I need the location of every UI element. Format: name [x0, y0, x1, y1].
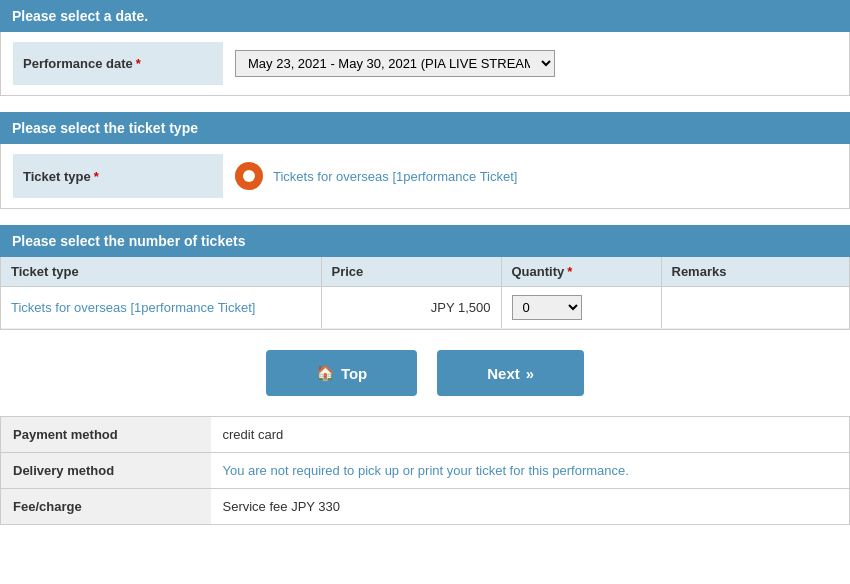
buttons-row: 🏠 Top Next »: [0, 350, 850, 396]
ticket-type-row: Ticket type* Tickets for overseas [1perf…: [1, 144, 849, 208]
top-button[interactable]: 🏠 Top: [266, 350, 417, 396]
select-date-section: Please select a date. Performance date* …: [0, 0, 850, 96]
select-ticket-type-header: Please select the ticket type: [0, 112, 850, 144]
delivery-method-row: Delivery method You are not required to …: [1, 453, 850, 489]
fee-charge-row: Fee/charge Service fee JPY 330: [1, 489, 850, 525]
required-star-2: *: [94, 169, 99, 184]
row-ticket-name: Tickets for overseas [1performance Ticke…: [1, 287, 321, 329]
col-header-remarks: Remarks: [661, 257, 849, 287]
required-star-3: *: [567, 264, 572, 279]
select-number-header: Please select the number of tickets: [0, 225, 850, 257]
col-header-price: Price: [321, 257, 501, 287]
performance-date-row: Performance date* May 23, 2021 - May 30,…: [1, 32, 849, 95]
next-arrow-icon: »: [526, 365, 534, 382]
payment-method-value: credit card: [211, 417, 850, 453]
next-button[interactable]: Next »: [437, 350, 584, 396]
performance-date-select[interactable]: May 23, 2021 - May 30, 2021 (PIA LIVE ST…: [235, 50, 555, 77]
col-header-ticket-type: Ticket type: [1, 257, 321, 287]
ticket-name-link[interactable]: Tickets for overseas [1performance Ticke…: [273, 169, 517, 184]
select-date-header: Please select a date.: [0, 0, 850, 32]
payment-method-row: Payment method credit card: [1, 417, 850, 453]
performance-date-label: Performance date*: [13, 42, 223, 85]
ticket-type-label: Ticket type*: [13, 154, 223, 198]
info-table: Payment method credit card Delivery meth…: [0, 416, 850, 525]
row-ticket-name-link[interactable]: Tickets for overseas [1performance Ticke…: [11, 300, 255, 315]
ticket-type-value: Tickets for overseas [1performance Ticke…: [223, 154, 837, 198]
fee-charge-value: Service fee JPY 330: [211, 489, 850, 525]
delivery-method-value: You are not required to pick up or print…: [211, 453, 850, 489]
next-button-label: Next: [487, 365, 520, 382]
home-icon: 🏠: [316, 364, 335, 382]
performance-date-value: May 23, 2021 - May 30, 2021 (PIA LIVE ST…: [223, 42, 837, 85]
fee-charge-label: Fee/charge: [1, 489, 211, 525]
delivery-method-text: You are not required to pick up or print…: [223, 463, 629, 478]
select-ticket-type-section: Please select the ticket type Ticket typ…: [0, 112, 850, 209]
row-remarks: [661, 287, 849, 329]
tickets-table: Ticket type Price Quantity* Remarks Tick…: [1, 257, 849, 329]
top-button-label: Top: [341, 365, 367, 382]
payment-method-label: Payment method: [1, 417, 211, 453]
select-number-section: Please select the number of tickets Tick…: [0, 225, 850, 330]
col-header-quantity: Quantity*: [501, 257, 661, 287]
row-price: JPY 1,500: [321, 287, 501, 329]
quantity-select[interactable]: 0 1 2 3 4 5 6 7 8 9 10: [512, 295, 582, 320]
table-row: Tickets for overseas [1performance Ticke…: [1, 287, 849, 329]
row-quantity: 0 1 2 3 4 5 6 7 8 9 10: [501, 287, 661, 329]
delivery-method-label: Delivery method: [1, 453, 211, 489]
radio-selected-icon[interactable]: [235, 162, 263, 190]
required-star: *: [136, 56, 141, 71]
